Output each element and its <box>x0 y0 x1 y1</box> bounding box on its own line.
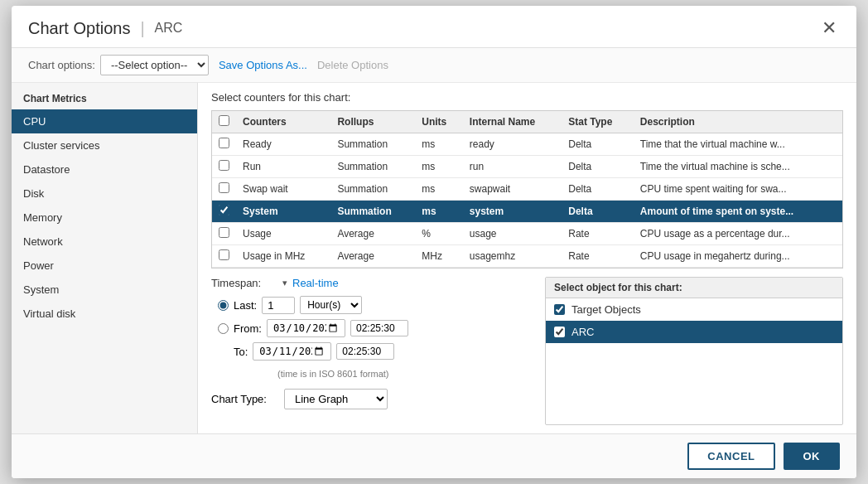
counter-desc: Time that the virtual machine w... <box>634 133 842 156</box>
title-separator: | <box>140 19 144 38</box>
dialog-body: Chart Metrics CPU Cluster services Datas… <box>12 83 856 433</box>
left-bottom: Timespan: ▾ Real-time Last: Hour(s) Da <box>211 277 532 425</box>
counter-internal: system <box>463 201 562 223</box>
to-time-input[interactable] <box>336 343 394 360</box>
sidebar-item-network[interactable]: Network <box>12 230 197 254</box>
counter-internal: run <box>463 156 562 178</box>
counter-units: ms <box>415 133 463 156</box>
dialog-title: Chart Options <box>28 19 130 38</box>
sidebar-item-datastore[interactable]: Datastore <box>12 157 197 182</box>
counter-rollups: Summation <box>330 156 415 178</box>
sidebar: Chart Metrics CPU Cluster services Datas… <box>12 83 198 433</box>
sidebar-item-cpu[interactable]: CPU <box>12 109 197 133</box>
radio-last[interactable] <box>218 300 229 311</box>
counter-stat: Rate <box>562 245 634 268</box>
col-header-stat: Stat Type <box>562 111 634 133</box>
table-row[interactable]: Ready Summation ms ready Delta Time that… <box>212 133 842 156</box>
col-header-counters: Counters <box>236 111 330 133</box>
main-content: Select counters for this chart: Counters… <box>198 83 856 433</box>
counter-name: Ready <box>236 133 330 156</box>
counter-stat: Delta <box>562 201 634 223</box>
toolbar: Chart options: --Select option-- Save Op… <box>12 48 856 83</box>
row-checkbox[interactable] <box>219 249 229 260</box>
counter-name: Usage in MHz <box>236 245 330 268</box>
radio-group: Last: Hour(s) Day(s) Week(s) From: <box>218 296 532 361</box>
counter-internal: ready <box>463 133 562 156</box>
hours-select[interactable]: Hour(s) Day(s) Week(s) <box>300 296 362 314</box>
sidebar-item-power[interactable]: Power <box>12 254 197 278</box>
counter-stat: Delta <box>562 178 634 201</box>
target-objects-item[interactable]: Target Objects <box>546 298 842 321</box>
chart-type-label: Chart Type: <box>211 393 277 405</box>
chart-options-dialog: Chart Options | ARC ✕ Chart options: --S… <box>12 6 856 478</box>
counter-name: Swap wait <box>236 178 330 201</box>
col-header-rollups: Rollups <box>330 111 415 133</box>
radio-to-row: To: <box>218 342 532 361</box>
target-objects-checkbox[interactable] <box>554 304 565 315</box>
table-row[interactable]: Run Summation ms run Delta Time the virt… <box>212 156 842 178</box>
chart-options-select[interactable]: --Select option-- <box>100 55 209 75</box>
sidebar-item-cluster-services[interactable]: Cluster services <box>12 133 197 157</box>
table-row-selected[interactable]: System Summation ms system Delta Amount … <box>212 201 842 223</box>
row-checkbox[interactable] <box>219 205 229 215</box>
counter-internal: swapwait <box>463 178 562 201</box>
sidebar-item-system[interactable]: System <box>12 278 197 302</box>
counter-stat: Delta <box>562 156 634 178</box>
chart-options-label: Chart options: <box>28 59 95 71</box>
counter-desc: CPU time spent waiting for swa... <box>634 178 842 201</box>
row-checkbox[interactable] <box>219 227 229 238</box>
counter-desc: Amount of time spent on syste... <box>634 201 842 223</box>
counter-name: System <box>236 201 330 223</box>
delete-options-link: Delete Options <box>317 59 388 71</box>
sidebar-item-virtual-disk[interactable]: Virtual disk <box>12 302 197 326</box>
from-label: From: <box>234 322 262 335</box>
counter-units: % <box>415 223 463 245</box>
arc-checkbox[interactable] <box>554 327 565 337</box>
select-object-label: Select object for this chart: <box>554 282 682 293</box>
counters-section-label: Select counters for this chart: <box>211 91 843 104</box>
to-label: To: <box>234 346 248 358</box>
radio-last-label: Last: <box>234 299 257 312</box>
iso-note: (time is in ISO 8601 format) <box>277 369 532 379</box>
counter-desc: CPU usage in megahertz during... <box>634 245 842 268</box>
sidebar-item-memory[interactable]: Memory <box>12 206 197 230</box>
col-header-desc: Description <box>634 111 842 133</box>
target-objects-label: Target Objects <box>571 303 641 316</box>
radio-last-row: Last: Hour(s) Day(s) Week(s) <box>218 296 532 314</box>
counter-stat: Rate <box>562 223 634 245</box>
counter-desc: CPU usage as a percentage dur... <box>634 223 842 245</box>
col-header-units: Units <box>415 111 463 133</box>
select-all-checkbox[interactable] <box>219 115 229 126</box>
save-options-link[interactable]: Save Options As... <box>219 59 307 71</box>
cancel-button[interactable]: CANCEL <box>687 443 774 470</box>
last-input[interactable] <box>262 297 295 314</box>
row-checkbox[interactable] <box>219 160 229 171</box>
counter-internal: usage <box>463 223 562 245</box>
timespan-row: Timespan: ▾ Real-time <box>211 277 532 289</box>
close-button[interactable]: ✕ <box>818 17 840 39</box>
arc-item[interactable]: ARC <box>546 321 842 343</box>
from-time-input[interactable] <box>350 320 408 336</box>
chart-type-row: Chart Type: Line Graph Bar Graph Stacked… <box>211 389 532 409</box>
counter-rollups: Average <box>330 223 415 245</box>
table-row[interactable]: Usage in MHz Average MHz usagemhz Rate C… <box>212 245 842 268</box>
row-checkbox[interactable] <box>219 138 229 148</box>
sidebar-item-disk[interactable]: Disk <box>12 182 197 206</box>
chart-type-select[interactable]: Line Graph Bar Graph Stacked Graph Pie G… <box>284 389 388 409</box>
counter-rollups: Summation <box>330 201 415 223</box>
table-row[interactable]: Swap wait Summation ms swapwait Delta CP… <box>212 178 842 201</box>
counter-units: ms <box>415 178 463 201</box>
counter-rollups: Summation <box>330 133 415 156</box>
col-header-checkbox <box>212 111 236 133</box>
from-date-input[interactable] <box>267 319 345 337</box>
counter-rollups: Summation <box>330 178 415 201</box>
to-date-input[interactable] <box>253 342 331 361</box>
row-checkbox[interactable] <box>219 182 229 193</box>
radio-from[interactable] <box>218 323 229 334</box>
counter-units: ms <box>415 201 463 223</box>
table-row[interactable]: Usage Average % usage Rate CPU usage as … <box>212 223 842 245</box>
timespan-value[interactable]: Real-time <box>292 277 339 289</box>
ok-button[interactable]: OK <box>784 443 841 470</box>
counter-units: MHz <box>415 245 463 268</box>
arc-label: ARC <box>571 326 594 338</box>
